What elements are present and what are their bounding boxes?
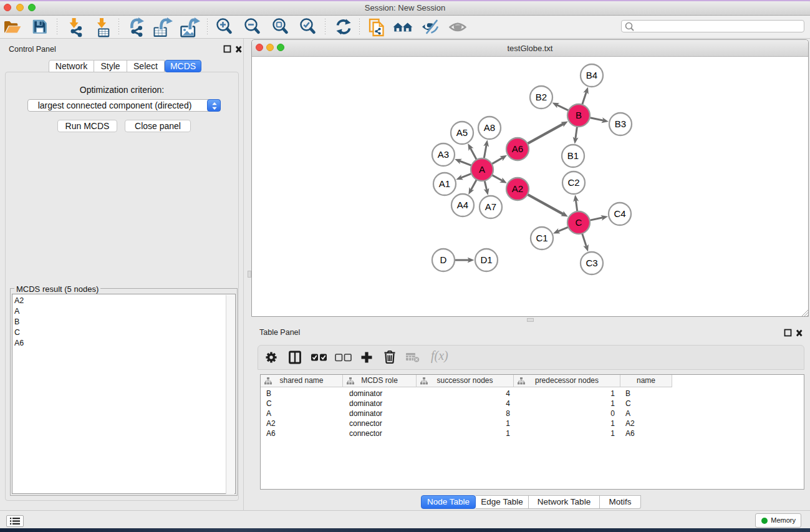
svg-text:D: D [440, 254, 447, 265]
svg-text:A1: A1 [439, 178, 450, 189]
svg-text:C3: C3 [586, 258, 597, 268]
svg-text:A5: A5 [456, 127, 468, 138]
svg-text:C1: C1 [536, 233, 547, 243]
svg-text:B: B [576, 110, 582, 120]
svg-text:C: C [576, 217, 582, 228]
svg-text:A8: A8 [484, 122, 495, 133]
svg-text:B3: B3 [615, 118, 626, 129]
svg-text:B2: B2 [536, 92, 547, 102]
svg-text:A4: A4 [457, 200, 468, 210]
svg-text:D1: D1 [480, 254, 492, 265]
svg-text:C2: C2 [567, 177, 579, 188]
svg-text:A2: A2 [512, 183, 523, 194]
svg-text:B4: B4 [586, 70, 597, 80]
svg-text:A3: A3 [438, 149, 449, 160]
svg-text:C4: C4 [614, 208, 625, 219]
svg-text:A6: A6 [512, 143, 523, 154]
svg-text:A7: A7 [485, 201, 496, 212]
svg-text:B1: B1 [567, 150, 579, 161]
svg-text:A: A [479, 164, 485, 175]
